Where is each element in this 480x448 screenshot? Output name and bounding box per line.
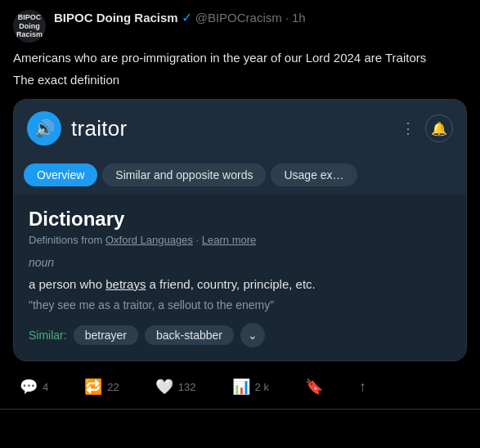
tab-usage[interactable]: Usage ex… xyxy=(271,164,357,186)
notification-icon: 🔔 xyxy=(431,121,447,137)
dict-definition: a person who betrays a friend, country, … xyxy=(29,276,451,294)
views-count: 2 k xyxy=(255,381,269,393)
tweet-time: 1h xyxy=(292,11,306,25)
dict-source: Definitions from Oxford Languages · Lear… xyxy=(29,234,451,246)
source-dot: · xyxy=(196,234,202,246)
dict-header: 🔊 traitor ⋮ 🔔 xyxy=(14,100,466,157)
tweet-actions: 💬 4 🔁 22 🤍 132 📊 2 k 🔖 ↑ xyxy=(13,371,373,399)
dict-header-right: ⋮ 🔔 xyxy=(401,114,453,142)
source-prefix: Definitions from xyxy=(29,234,102,246)
retweet-icon: 🔁 xyxy=(84,378,102,396)
chip-betrayer[interactable]: betrayer xyxy=(74,325,138,345)
retweet-button[interactable]: 🔁 22 xyxy=(78,374,125,399)
more-options-icon[interactable]: ⋮ xyxy=(401,119,415,137)
dict-word: traitor xyxy=(71,116,128,141)
tweet-header: BIPOC Doing Racism BIPOC Doing Racism ✓ … xyxy=(13,10,467,43)
retweet-count: 22 xyxy=(107,381,119,393)
similar-label: Similar: xyxy=(29,329,67,342)
avatar[interactable]: BIPOC Doing Racism xyxy=(13,10,46,43)
dict-body: Dictionary Definitions from Oxford Langu… xyxy=(14,195,466,361)
like-count: 132 xyxy=(178,381,196,393)
bookmark-button[interactable]: 🔖 xyxy=(298,374,330,399)
views-button[interactable]: 📊 2 k xyxy=(226,374,276,399)
dot-separator: · xyxy=(285,11,289,25)
speaker-icon[interactable]: 🔊 xyxy=(27,111,61,146)
dictionary-card: 🔊 traitor ⋮ 🔔 Overview Similar and oppos… xyxy=(13,99,467,361)
username[interactable]: @BIPOCracism xyxy=(195,11,282,25)
bookmark-icon: 🔖 xyxy=(305,378,323,396)
speaker-symbol: 🔊 xyxy=(34,119,55,138)
views-icon: 📊 xyxy=(232,378,250,396)
like-icon: 🤍 xyxy=(155,378,173,396)
reply-icon: 💬 xyxy=(20,378,38,396)
dict-tabs: Overview Similar and opposite words Usag… xyxy=(14,157,466,195)
tweet-text-line1: Americans who are pro-immigration in the… xyxy=(13,49,467,68)
like-button[interactable]: 🤍 132 xyxy=(149,374,203,399)
similar-row: Similar: betrayer back-stabber ⌄ xyxy=(29,323,451,347)
share-button[interactable]: ↑ xyxy=(352,375,373,399)
tab-similar[interactable]: Similar and opposite words xyxy=(102,164,266,186)
tweet-meta: BIPOC Doing Racism ✓ @BIPOCracism · 1h xyxy=(54,10,306,25)
dict-body-title: Dictionary xyxy=(29,208,451,231)
share-icon: ↑ xyxy=(359,379,366,396)
reply-count: 4 xyxy=(43,381,48,393)
chevron-down-icon: ⌄ xyxy=(248,329,258,342)
learn-more-link[interactable]: Learn more xyxy=(202,234,256,246)
display-name[interactable]: BIPOC Doing Racism xyxy=(54,11,178,25)
tweet-text-line2: The exact definition xyxy=(13,71,467,90)
verified-badge: ✓ xyxy=(182,10,192,25)
tab-overview[interactable]: Overview xyxy=(24,164,97,186)
dict-header-left: 🔊 traitor xyxy=(27,111,128,146)
chip-back-stabber[interactable]: back-stabber xyxy=(145,325,234,345)
notification-button[interactable]: 🔔 xyxy=(425,114,453,142)
dict-pos: noun xyxy=(29,256,451,269)
reply-button[interactable]: 💬 4 xyxy=(13,374,55,399)
oxford-link[interactable]: Oxford Languages xyxy=(105,234,193,246)
dict-example: "they see me as a traitor, a sellout to … xyxy=(29,298,451,314)
expand-button[interactable]: ⌄ xyxy=(240,323,265,347)
underlined-word: betrays xyxy=(105,277,146,291)
tweet-card: BIPOC Doing Racism BIPOC Doing Racism ✓ … xyxy=(0,0,480,410)
avatar-text: BIPOC Doing Racism xyxy=(16,13,43,39)
